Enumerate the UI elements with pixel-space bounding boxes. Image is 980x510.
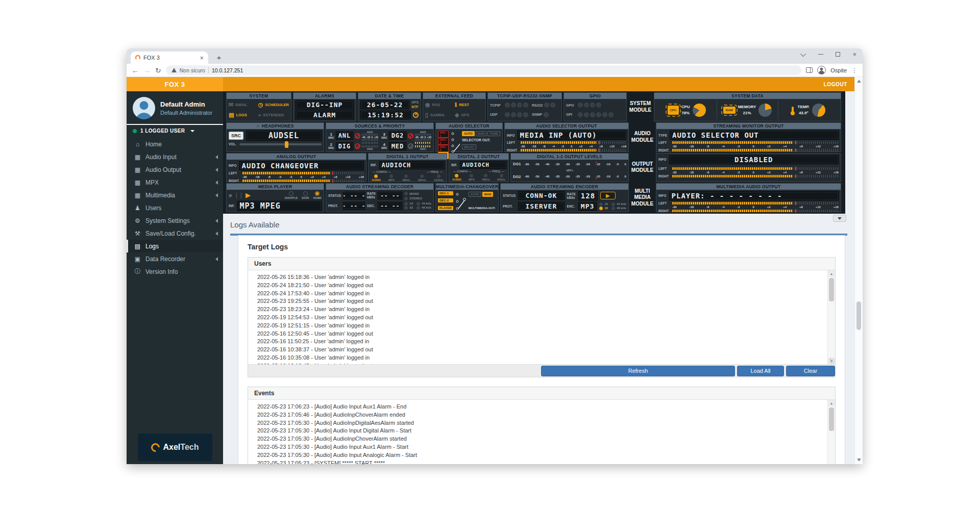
rest-icon: ℹ xyxy=(455,101,457,108)
split-screen-icon[interactable] xyxy=(806,67,813,73)
volume-slider-handle[interactable] xyxy=(285,141,288,148)
log-entry: 2022-05-24 18:21:50 - User 'admin' logge… xyxy=(257,282,825,290)
streaming-monitor-display: AUDIO SELECTOR OUT xyxy=(670,131,839,140)
delay-button[interactable]: DELAY xyxy=(462,144,476,149)
users-list-scrollbar[interactable]: ▲ ▼ xyxy=(827,270,835,364)
page-scroll-up-icon[interactable] xyxy=(855,78,863,85)
tab-search-chevron-icon[interactable] xyxy=(800,50,806,56)
close-window-icon[interactable]: × xyxy=(852,51,856,58)
minimize-window-icon[interactable] xyxy=(818,54,823,55)
new-tab-button[interactable]: + xyxy=(214,53,224,62)
headphone-src-button[interactable]: SRC xyxy=(229,132,243,140)
page-scrollbar-thumb[interactable] xyxy=(856,301,861,330)
back-icon[interactable]: ← xyxy=(132,66,139,74)
sidebar-item[interactable]: ⚙ System Settings xyxy=(127,214,223,227)
digital1-display: AUDIOCH xyxy=(379,161,445,169)
sidebar-item[interactable]: ⌂ Home xyxy=(127,138,223,150)
sidebar-item[interactable]: ♟ Users xyxy=(127,201,223,214)
sidebar-item[interactable]: ▣ Data Recorder xyxy=(127,252,223,265)
log-entry: 2022-05-23 17:05:30 - [Audio] AudioInpCh… xyxy=(257,435,825,443)
scroll-up-icon[interactable]: ▲ xyxy=(828,270,835,277)
log-entry: 2022-05-16 11:50:25 - User 'admin' logge… xyxy=(257,338,825,346)
clear-button[interactable]: Clear xyxy=(786,366,835,376)
mm-man-button[interactable]: MAN xyxy=(482,192,494,197)
volume-slider[interactable] xyxy=(239,143,322,145)
sidebar-item[interactable]: ▦ MPX xyxy=(127,176,223,189)
tab-close-icon[interactable]: × xyxy=(200,55,204,61)
brand-logo[interactable]: FOX 3 xyxy=(127,77,223,91)
panel-audio-selector: AUDIO SELECTOR SRC-1 SRC-2 SRC-3 SRC-4 xyxy=(435,122,503,151)
panel-system: SYSTEM ✉ EMAIL ◷ SCHEDULER xyxy=(226,92,291,121)
browser-tab[interactable]: FOX 3 × xyxy=(131,52,208,64)
scrollbar-thumb[interactable] xyxy=(829,278,834,301)
date-radio[interactable]: DATE xyxy=(302,191,309,199)
reload-icon[interactable]: ↻ xyxy=(155,66,161,74)
caret-down-icon xyxy=(190,130,194,132)
log-entry: 2022-05-23 17:05:46 - [Audio] AudioInpCh… xyxy=(257,411,825,419)
name-radio[interactable]: NAME xyxy=(313,191,322,199)
source-2-alarm-icon xyxy=(355,143,360,149)
encoder-play-button[interactable]: ▶ xyxy=(600,192,616,199)
pause-icon[interactable]: ❘❘ xyxy=(234,192,243,198)
sidebar-item[interactable]: ▦ Audio Output xyxy=(127,163,223,176)
sidebar-item[interactable]: ⚒ Save/Load Config. xyxy=(127,227,223,240)
log-entry: 2022-05-24 17:53:40 - User 'admin' logge… xyxy=(257,290,825,298)
load-all-button[interactable]: Load All xyxy=(737,366,784,376)
panel-headphones: ∩HEADPHONES SRC AUDSEL VOL. xyxy=(226,122,324,151)
panel-digital1-output: DIGITAL 1 OUTPUT INF. AUDIOCH — CONFIG —… xyxy=(368,153,447,182)
source-3-alarm-icon xyxy=(408,133,413,139)
profile-avatar-icon[interactable] xyxy=(817,66,826,74)
scroll-up-icon[interactable]: ▲ xyxy=(828,400,835,406)
resize-grip[interactable] xyxy=(829,359,835,364)
maximize-window-icon[interactable] xyxy=(836,52,840,57)
browser-toolbar: ← → ↻ Non sicuro 10.0.127.251 Ospite ⋮ xyxy=(127,64,863,77)
mm-auto-button[interactable]: AUTO xyxy=(469,192,481,197)
events-log-list[interactable]: 2022-05-23 17:06:23 - [Audio] Audio Inpu… xyxy=(248,400,835,464)
digital1-192k-led: 192kHz xyxy=(434,174,444,182)
chevron-left-icon xyxy=(215,219,218,223)
shuffle-radio[interactable]: SHUFFLE xyxy=(285,191,298,199)
gpi-led: 2 xyxy=(584,112,589,117)
collapse-dashboard-button[interactable] xyxy=(833,215,846,222)
logs-box-icon: ▤ xyxy=(229,112,234,118)
selector-out-label: SELECTOR OUT. xyxy=(462,138,500,142)
source-1-alarm-icon xyxy=(355,133,360,139)
stop-icon[interactable]: ■ xyxy=(229,192,232,198)
log-entry: 2022-05-16 10:12:45 - User 'admin' logge… xyxy=(257,362,825,364)
address-bar[interactable]: Non sicuro 10.0.127.251 xyxy=(166,65,801,75)
play-icon[interactable]: ▶ xyxy=(246,191,251,199)
grid-icon: ▦ xyxy=(134,192,141,199)
log-entry: 2022-05-23 17:05:30 - [Audio] Audio Inpu… xyxy=(257,451,825,460)
source-3-display: DG2 xyxy=(389,132,406,140)
page-scroll-down-icon[interactable] xyxy=(855,456,863,464)
output-module-label: OUTPUT MODULE xyxy=(630,153,654,182)
digital2-mpx-led: MPX xyxy=(469,174,475,181)
log-entry: 2022-05-23 17:05:23 - [SYSTEM] ***** STA… xyxy=(257,460,825,464)
scrollbar-thumb[interactable] xyxy=(829,407,834,431)
headphones-icon: ∩ xyxy=(256,123,259,129)
logged-users-dropdown[interactable]: 1 LOGGED USER xyxy=(127,125,223,137)
gpo-led: 1 xyxy=(578,103,583,108)
auto-mode-button[interactable]: AUTO xyxy=(462,131,475,136)
profile-label[interactable]: Ospite xyxy=(830,67,847,73)
logs-content: Logs Available Target Logs Users 2022-05… xyxy=(223,214,854,464)
src3-tag: SRC-3 xyxy=(438,145,449,152)
sidebar-item[interactable]: ▦ Multimedia xyxy=(127,189,223,201)
man-mode-button[interactable]: MAN xyxy=(476,131,487,136)
refresh-button[interactable]: Refresh xyxy=(541,366,735,376)
tone-mode-button[interactable]: TONE xyxy=(487,131,500,136)
panel-streaming-monitor: STREAMING MONITOR OUTPUT TYPE AUDIO SELE… xyxy=(656,122,841,151)
sidebar-item[interactable]: ▤ Logs xyxy=(127,240,223,252)
events-list-scrollbar[interactable]: ▲ xyxy=(827,400,835,464)
sidebar-item[interactable]: ⓘ Version Info xyxy=(127,265,223,278)
mm-switch-diagram xyxy=(455,191,467,212)
cpu-gauge: CPU CPU78% xyxy=(656,100,717,119)
memory-pie-chart xyxy=(758,104,772,117)
page-viewport: FOX 3 LOGOUT Default Admin Default Admin… xyxy=(127,77,863,464)
browser-menu-icon[interactable]: ⋮ xyxy=(851,67,857,74)
logout-button[interactable]: LOGOUT xyxy=(824,82,847,87)
sidebar-item[interactable]: ▦ Audio Input xyxy=(127,150,223,163)
user-role: Default Administrator xyxy=(160,110,212,116)
page-scrollbar[interactable] xyxy=(854,77,863,464)
users-log-list[interactable]: 2022-05-26 15:18:36 - User 'admin' logge… xyxy=(248,270,835,364)
